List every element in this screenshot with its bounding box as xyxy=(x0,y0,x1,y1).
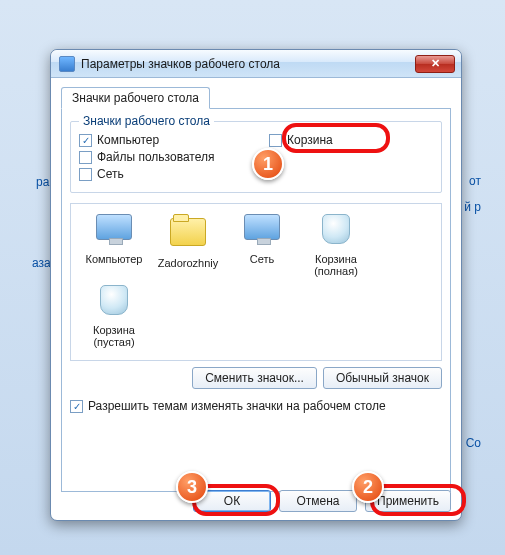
titlebar[interactable]: Параметры значков рабочего стола ✕ xyxy=(51,50,461,78)
dialog-window: Параметры значков рабочего стола ✕ Значк… xyxy=(50,49,462,521)
checkbox-icon xyxy=(70,400,83,413)
app-icon xyxy=(59,56,75,72)
icon-label: Zadorozhniy xyxy=(151,257,225,269)
icon-item-computer[interactable]: Компьютер xyxy=(77,214,151,277)
bg-text: й р xyxy=(464,200,481,214)
window-title: Параметры значков рабочего стола xyxy=(81,57,415,71)
close-button[interactable]: ✕ xyxy=(415,55,455,73)
icon-item-userfiles[interactable]: Zadorozhniy xyxy=(151,214,225,277)
checkbox-network[interactable]: Сеть xyxy=(79,167,229,181)
checkbox-label: Компьютер xyxy=(97,133,159,147)
checkbox-icon xyxy=(79,151,92,164)
checkbox-label: Разрешить темам изменять значки на рабоч… xyxy=(88,399,386,413)
default-icon-button[interactable]: Обычный значок xyxy=(323,367,442,389)
annotation-badge-2: 2 xyxy=(352,471,384,503)
bg-text: Со xyxy=(466,436,481,450)
checkbox-label: Сеть xyxy=(97,167,124,181)
checkbox-user-files[interactable]: Файлы пользователя xyxy=(79,150,229,164)
icon-item-bin-empty[interactable]: Корзина (пустая) xyxy=(77,285,151,348)
recycle-bin-full-icon xyxy=(322,214,350,244)
computer-icon xyxy=(96,214,132,240)
group-title: Значки рабочего стола xyxy=(79,114,214,128)
checkbox-computer[interactable]: Компьютер xyxy=(79,133,229,147)
bg-text: аза xyxy=(32,256,51,270)
cancel-button[interactable]: Отмена xyxy=(279,490,357,512)
checkbox-label: Корзина xyxy=(287,133,333,147)
bg-text: от xyxy=(469,174,481,188)
close-icon: ✕ xyxy=(431,57,440,70)
checkbox-icon xyxy=(79,134,92,147)
icon-item-network[interactable]: Сеть xyxy=(225,214,299,277)
icon-item-bin-full[interactable]: Корзина (полная) xyxy=(299,214,373,277)
annotation-badge-1: 1 xyxy=(252,148,284,180)
checkbox-allow-themes[interactable]: Разрешить темам изменять значки на рабоч… xyxy=(70,399,442,413)
icon-label: Сеть xyxy=(225,253,299,265)
tab-desktop-icons[interactable]: Значки рабочего стола xyxy=(61,87,210,109)
change-icon-button[interactable]: Сменить значок... xyxy=(192,367,317,389)
checkbox-label: Файлы пользователя xyxy=(97,150,214,164)
icon-label: Корзина (пустая) xyxy=(77,324,151,348)
checkbox-icon xyxy=(79,168,92,181)
folder-icon xyxy=(170,218,206,246)
annotation-badge-3: 3 xyxy=(176,471,208,503)
icon-label: Корзина (полная) xyxy=(299,253,373,277)
checkbox-icon xyxy=(269,134,282,147)
network-icon xyxy=(244,214,280,240)
icon-preview-list: Компьютер Zadorozhniy Сеть Корзина (полн… xyxy=(70,203,442,361)
icon-label: Компьютер xyxy=(77,253,151,265)
recycle-bin-empty-icon xyxy=(100,285,128,315)
checkbox-recycle-bin[interactable]: Корзина xyxy=(269,133,433,147)
